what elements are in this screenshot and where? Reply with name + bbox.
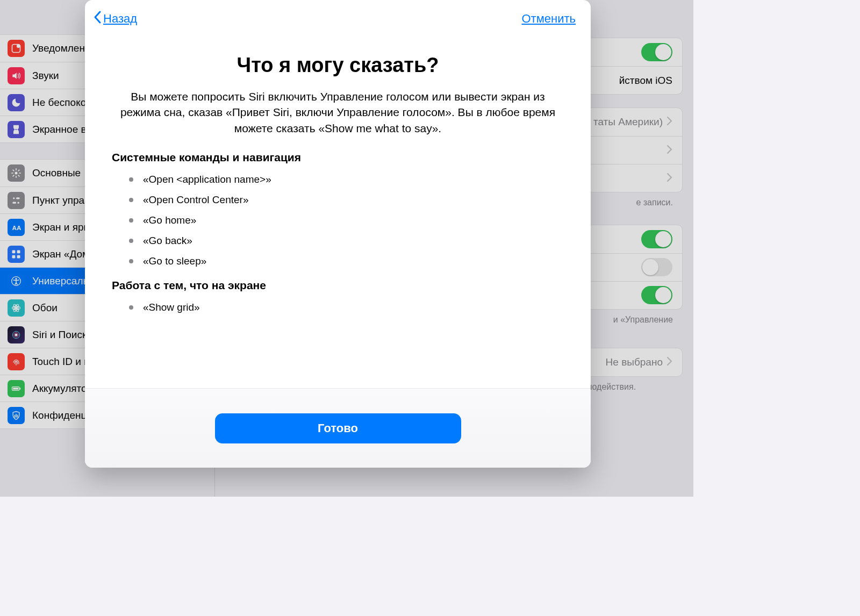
back-label: Назад (103, 12, 137, 26)
modal-header: Назад Отменить (85, 0, 591, 28)
modal-body: Что я могу сказать? Вы можете попросить … (85, 28, 591, 388)
bullet-icon (129, 305, 133, 310)
back-button[interactable]: Назад (94, 11, 137, 27)
system-commands-list: «Open <application name>»«Open Control C… (112, 169, 564, 271)
bullet-icon (129, 239, 133, 243)
command-item: «Go to sleep» (129, 251, 564, 271)
done-button[interactable]: Готово (215, 413, 461, 443)
command-text: «Go back» (143, 235, 192, 247)
section-system-commands-heading: Системные команды и навигация (112, 151, 564, 164)
bullet-icon (129, 177, 133, 182)
chevron-left-icon (94, 11, 102, 27)
cancel-button[interactable]: Отменить (521, 12, 576, 26)
command-text: «Show grid» (143, 302, 200, 313)
voice-control-help-modal: Назад Отменить Что я могу сказать? Вы мо… (85, 0, 591, 468)
command-text: «Go to sleep» (143, 255, 206, 267)
bullet-icon (129, 259, 133, 263)
command-item: «Go back» (129, 231, 564, 251)
command-item: «Go home» (129, 210, 564, 231)
section-screen-interaction-heading: Работа с тем, что на экране (112, 279, 564, 292)
command-text: «Open <application name>» (143, 174, 271, 185)
command-text: «Open Control Center» (143, 194, 248, 206)
bullet-icon (129, 198, 133, 202)
command-item: «Show grid» (129, 297, 564, 318)
bullet-icon (129, 218, 133, 223)
screen-interaction-list: «Show grid» (112, 297, 564, 318)
modal-title: Что я могу сказать? (112, 54, 564, 77)
command-item: «Open Control Center» (129, 190, 564, 210)
command-item: «Open <application name>» (129, 169, 564, 190)
modal-description: Вы можете попросить Siri включить Управл… (118, 89, 558, 136)
modal-footer: Готово (85, 388, 591, 468)
command-text: «Go home» (143, 214, 196, 226)
